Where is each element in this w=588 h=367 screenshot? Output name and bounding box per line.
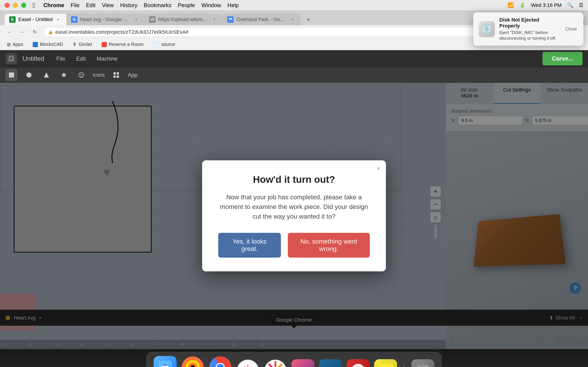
dock-item-safari[interactable] [236, 359, 259, 367]
source-favicon: 📄 [154, 42, 159, 47]
dialog-buttons: Yes, it looks great. No, something went … [218, 233, 370, 258]
cura-icon: C [319, 359, 342, 367]
bookmark-room[interactable]: 🟥 Reserve a Room: [99, 41, 147, 48]
new-tab-button[interactable]: + [303, 14, 314, 25]
easel-logo [6, 53, 17, 65]
lock-icon: 🔒 [48, 30, 53, 35]
svg-point-7 [80, 74, 81, 75]
blockscad-favicon: 🟦 [32, 42, 38, 47]
tab-google[interactable]: G heart svg - Google Search × [66, 14, 145, 25]
svg-rect-12 [117, 75, 119, 78]
search-icon[interactable]: 🔍 [567, 2, 573, 8]
safari-icon [236, 359, 259, 367]
dock-item-firefox[interactable] [181, 356, 204, 367]
menubar-bookmarks[interactable]: Bookmarks [144, 2, 171, 8]
disk-notification: 💿 Disk Not Ejected Properly Eject "DISK_… [473, 12, 583, 46]
svg-rect-43 [379, 364, 393, 367]
maximize-button[interactable] [21, 3, 26, 8]
icons-button[interactable]: Icons [93, 69, 105, 81]
tab-close-easel[interactable]: × [55, 17, 61, 22]
menubar-file[interactable]: File [71, 2, 80, 8]
gimlet-favicon: 🎙 [72, 42, 77, 47]
tab-favicon-wikimedia: W [149, 16, 156, 23]
svg-rect-10 [117, 72, 119, 75]
tab-favicon-maps: 🗺 [227, 16, 233, 23]
clock: Wed 3:16 PM [531, 2, 562, 8]
room-favicon: 🟥 [101, 42, 107, 47]
bookmark-blockscad[interactable]: 🟦 BlocksCAD [30, 41, 65, 48]
bookmark-gimlet[interactable]: 🎙 Gimlet [70, 41, 95, 48]
easel-menu-edit[interactable]: Edit [73, 54, 88, 64]
tab-close-google[interactable]: × [133, 17, 139, 22]
back-button[interactable]: ← [5, 27, 14, 37]
forward-button[interactable]: → [17, 27, 27, 37]
easel-app: Untitled File Edit Machine Carve... Icon… [0, 50, 588, 349]
notif-content: Disk Not Ejected Properly Eject "DISK_IM… [499, 17, 560, 41]
menubar-chrome[interactable]: Chrome [43, 2, 64, 8]
svg-rect-9 [113, 72, 116, 75]
svg-point-6 [79, 73, 84, 77]
url-text[interactable]: easel.inventables.com/projects/zTZdUkIDJ… [55, 29, 189, 35]
dock-item-music[interactable]: ♪ [292, 359, 314, 367]
svg-marker-5 [61, 72, 67, 77]
dialog-close-button[interactable]: × [377, 165, 380, 172]
dock: ♪ C M [147, 352, 441, 367]
menubar-help[interactable]: Help [227, 2, 239, 8]
shape-star-button[interactable] [58, 69, 70, 81]
tab-maps[interactable]: 🗺 Overland Park - Google Ma... × [223, 14, 301, 25]
svg-point-3 [26, 73, 32, 77]
menubar-right: 📶 🔋 Wed 3:16 PM 🔍 ☰ [508, 2, 583, 8]
shape-emoji-button[interactable] [75, 69, 87, 81]
menubar-history[interactable]: History [120, 2, 137, 8]
minimize-button[interactable] [13, 3, 18, 8]
menubar-window[interactable]: Window [201, 2, 221, 8]
dock-item-photos[interactable] [264, 359, 287, 367]
finder-icon [154, 356, 177, 367]
notif-close-button[interactable]: Close [564, 25, 578, 33]
dock-item-finder[interactable] [154, 356, 177, 367]
svg-rect-49 [421, 363, 425, 366]
apps-grid-icon: ⊞ [7, 42, 11, 47]
apple-menu[interactable]:  [33, 1, 35, 9]
dock-item-trash[interactable] [411, 359, 434, 367]
tab-close-maps[interactable]: × [290, 17, 295, 22]
apps-label: App [128, 72, 138, 78]
carve-button[interactable]: Carve... [543, 52, 582, 65]
tab-wikimedia[interactable]: W https://upload.wikimedia.o... × [145, 14, 223, 25]
tab-title-maps: Overland Park - Google Ma... [236, 17, 287, 23]
svg-marker-4 [44, 73, 49, 77]
dock-container: ♪ C M [0, 349, 588, 367]
shape-circle-button[interactable] [23, 69, 35, 81]
photos-icon [264, 359, 287, 367]
dock-item-cura[interactable]: C [319, 359, 342, 367]
dock-item-stickies[interactable] [374, 359, 397, 367]
grid-view-button[interactable] [110, 69, 122, 81]
bookmark-apps[interactable]: ⊞ Apps [5, 41, 26, 48]
yes-button[interactable]: Yes, it looks great. [218, 233, 281, 258]
bookmark-source[interactable]: 📄 source [151, 41, 177, 48]
easel-project-title[interactable]: Untitled [23, 55, 44, 62]
shape-square-button[interactable] [6, 69, 17, 81]
easel-menu-machine[interactable]: Machine [94, 54, 120, 64]
menubar-edit[interactable]: Edit [86, 2, 95, 8]
menubar-view[interactable]: View [102, 2, 114, 8]
svg-rect-15 [162, 366, 168, 367]
tab-close-wikimedia[interactable]: × [212, 17, 217, 22]
chrome-icon [209, 356, 232, 367]
tab-favicon-easel: E [9, 16, 16, 23]
dock-item-makerbot[interactable]: M [346, 359, 370, 367]
dock-item-chrome[interactable] [209, 356, 232, 367]
tab-title-google: heart svg - Google Search [80, 17, 131, 23]
control-strip-icon[interactable]: ☰ [579, 2, 583, 8]
svg-point-8 [82, 74, 83, 75]
tab-easel[interactable]: E Easel - Untitled × [5, 14, 66, 25]
easel-menu-file[interactable]: File [53, 54, 68, 64]
reload-button[interactable]: ↻ [30, 27, 40, 37]
menubar:  Chrome File Edit View History Bookmark… [0, 0, 588, 10]
no-button[interactable]: No, something went wrong. [288, 233, 370, 258]
close-button[interactable] [5, 3, 10, 8]
svg-rect-11 [113, 75, 116, 78]
shape-triangle-button[interactable] [40, 69, 52, 81]
menubar-people[interactable]: People [178, 2, 195, 8]
tab-title-easel: Easel - Untitled [18, 17, 52, 23]
